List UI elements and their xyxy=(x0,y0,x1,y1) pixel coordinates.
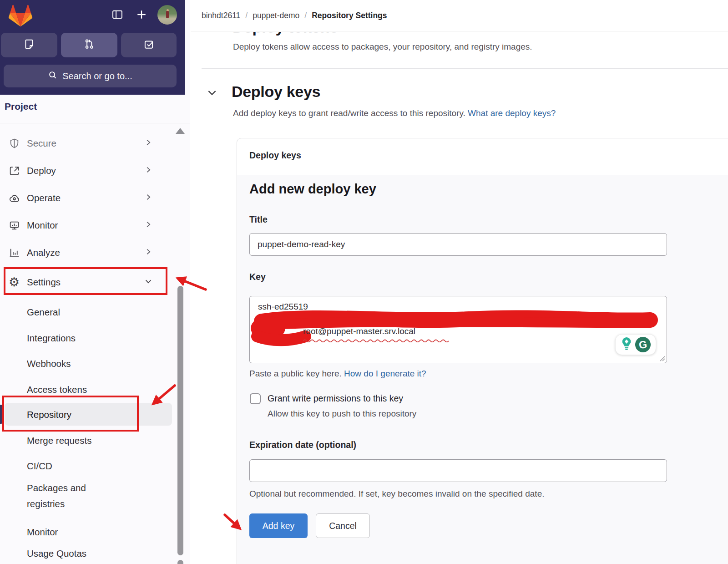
todo-check-icon xyxy=(143,38,155,52)
sidebar-item-repository[interactable]: Repository xyxy=(0,401,177,427)
sidebar-item-cicd[interactable]: CI/CD xyxy=(0,453,177,478)
sidebar: Search or go to... Project Secure Deploy xyxy=(0,0,190,564)
sidebar-subitem-label: CI/CD xyxy=(27,458,131,474)
sidebar-item-analyze[interactable]: Analyze xyxy=(0,239,177,266)
key-help-text: Paste a public key here. How do I genera… xyxy=(249,369,426,379)
suggestion-bulb-icon[interactable] xyxy=(621,337,632,352)
deploy-keys-description: Add deploy keys to grant read/write acce… xyxy=(233,108,556,118)
sidebar-item-label: Secure xyxy=(27,138,56,149)
merge-requests-shortcut-button[interactable] xyxy=(61,33,117,57)
gear-icon: ⚙ xyxy=(8,276,20,288)
sidebar-item-general[interactable]: General xyxy=(0,299,177,325)
chart-icon xyxy=(8,247,20,259)
chevron-right-icon xyxy=(144,193,153,203)
sidebar-item-settings[interactable]: ⚙ Settings xyxy=(0,269,177,295)
key-textarea[interactable]: ssh-ed25519 root@puppet-master.srv.local xyxy=(249,296,667,363)
sidebar-scrollbar-thumb-lower[interactable] xyxy=(177,560,183,564)
title-label: Title xyxy=(249,214,268,225)
breadcrumb-owner[interactable]: binhdt2611 xyxy=(202,11,240,20)
create-new-plus-icon[interactable] xyxy=(135,8,148,21)
cancel-button[interactable]: Cancel xyxy=(316,513,370,538)
what-are-deploy-keys-link[interactable]: What are deploy keys? xyxy=(468,108,556,118)
breadcrumb-separator: / xyxy=(304,11,307,20)
sidebar-item-merge-requests[interactable]: Merge requests xyxy=(0,427,177,453)
key-label: Key xyxy=(249,272,266,282)
grammarly-extension-pill[interactable]: G xyxy=(615,334,656,355)
grant-write-permissions-help: Allow this key to push to this repositor… xyxy=(268,409,416,419)
add-new-deploy-key-heading: Add new deploy key xyxy=(249,182,376,197)
grant-write-permissions-checkbox[interactable] xyxy=(250,393,261,404)
sidebar-item-label: Deploy xyxy=(27,165,56,176)
sidebar-divider xyxy=(0,123,190,123)
spellcheck-squiggle xyxy=(303,338,452,342)
gitlab-repository-settings-page: Search or go to... Project Secure Deploy xyxy=(0,0,728,564)
sidebar-section-title: Project xyxy=(5,101,37,112)
breadcrumb-bar: binhdt2611 / puppet-demo / Repository Se… xyxy=(191,0,728,31)
issues-shortcut-button[interactable] xyxy=(1,33,57,57)
key-text-line2: root@puppet-master.srv.local xyxy=(303,326,415,336)
sidebar-scrollbar-thumb[interactable] xyxy=(177,286,183,555)
sidebar-subitem-label: Access tokens xyxy=(27,381,131,397)
chevron-right-icon xyxy=(144,247,153,258)
search-icon xyxy=(48,70,58,82)
grammarly-icon[interactable]: G xyxy=(634,336,652,353)
add-key-button[interactable]: Add key xyxy=(249,513,308,538)
sidebar-subitem-label: Packages and registries xyxy=(27,480,118,512)
sidebar-item-packages-registries[interactable]: Packages and registries xyxy=(0,479,177,512)
sidebar-subitem-label: Usage Quotas xyxy=(27,545,131,561)
sidebar-subitem-label: Integrations xyxy=(27,330,131,346)
collapse-section-chevron-icon[interactable] xyxy=(206,86,218,99)
todo-shortcut-button[interactable] xyxy=(121,33,177,57)
sidebar-item-integrations[interactable]: Integrations xyxy=(0,325,177,351)
sidebar-item-label: Operate xyxy=(27,193,61,203)
chevron-right-icon xyxy=(144,220,153,231)
chevron-right-icon xyxy=(144,138,153,149)
monitor-icon xyxy=(8,219,20,231)
sidebar-item-label: Settings xyxy=(27,277,61,288)
card-title: Deploy keys xyxy=(249,150,301,161)
sidebar-subitem-label: Merge requests xyxy=(27,432,131,448)
gitlab-logo-icon[interactable] xyxy=(8,5,33,27)
card-section-divider xyxy=(237,557,728,557)
title-input[interactable] xyxy=(249,233,667,256)
deploy-tokens-clipped-heading: Deploy tokens xyxy=(233,32,387,36)
sidebar-toggle-icon[interactable] xyxy=(111,8,124,21)
breadcrumb-page: Repository Settings xyxy=(312,11,387,20)
deploy-keys-heading: Deploy keys xyxy=(232,83,320,101)
breadcrumb-separator: / xyxy=(245,11,248,20)
sidebar-item-operate[interactable]: Operate xyxy=(0,185,177,211)
cloud-pod-icon xyxy=(8,192,20,204)
how-generate-key-link[interactable]: How do I generate it? xyxy=(344,369,426,378)
chevron-down-icon xyxy=(144,277,153,288)
sidebar-item-access-tokens[interactable]: Access tokens xyxy=(0,376,177,402)
sidebar-item-label: Analyze xyxy=(27,247,60,258)
breadcrumb-project[interactable]: puppet-demo xyxy=(253,11,299,20)
textarea-resize-handle[interactable] xyxy=(659,355,665,361)
grant-write-permissions-label[interactable]: Grant write permissions to this key xyxy=(268,393,403,404)
sidebar-header: Search or go to... xyxy=(0,0,185,95)
sidebar-item-deploy[interactable]: Deploy xyxy=(0,158,177,184)
sidebar-item-secure[interactable]: Secure xyxy=(0,130,177,157)
section-divider xyxy=(202,68,728,69)
search-input[interactable]: Search or go to... xyxy=(4,65,177,87)
sidebar-item-usage-quotas[interactable]: Usage Quotas xyxy=(0,540,177,564)
breadcrumb: binhdt2611 / puppet-demo / Repository Se… xyxy=(202,11,387,20)
scroll-up-arrow-icon[interactable] xyxy=(176,128,185,134)
merge-request-icon xyxy=(83,38,95,52)
sidebar-item-monitor[interactable]: Monitor xyxy=(0,212,177,239)
sidebar-subitem-label: Monitor xyxy=(27,524,131,540)
sidebar-subitem-label: Webhooks xyxy=(27,356,131,371)
sidebar-item-label: Monitor xyxy=(27,220,58,231)
issues-icon xyxy=(23,38,35,52)
sidebar-subitem-label: General xyxy=(27,304,131,320)
user-avatar[interactable] xyxy=(157,5,177,25)
search-placeholder: Search or go to... xyxy=(62,71,132,81)
sidebar-item-webhooks[interactable]: Webhooks xyxy=(0,351,177,376)
deploy-icon xyxy=(8,165,20,177)
expiration-date-help: Optional but recommended. If set, key be… xyxy=(249,489,544,499)
expiration-date-input[interactable] xyxy=(249,459,667,482)
expiration-date-label: Expiration date (optional) xyxy=(249,440,356,450)
chevron-right-icon xyxy=(144,165,153,176)
shield-icon xyxy=(8,137,20,149)
sidebar-subitem-label: Repository xyxy=(27,406,131,422)
